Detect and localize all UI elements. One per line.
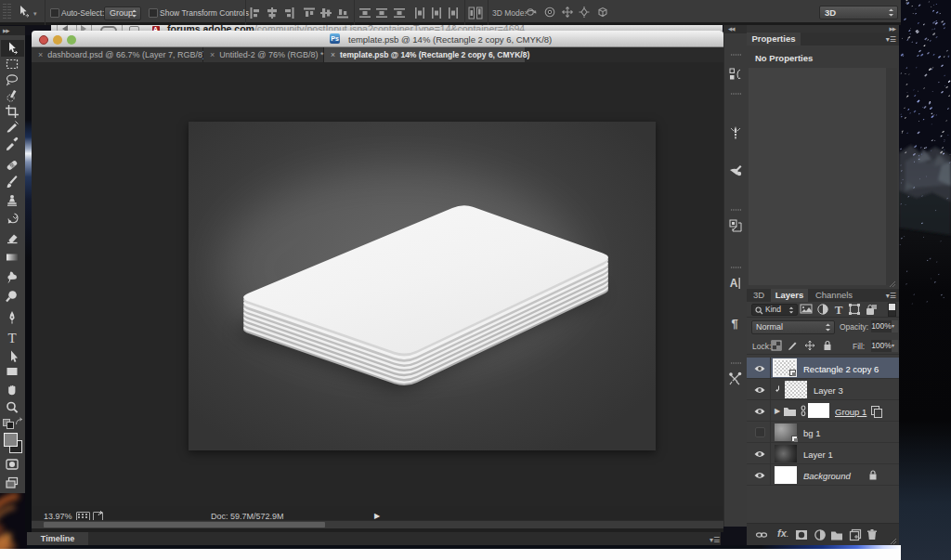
svg-text:A: A	[730, 277, 738, 290]
svg-text:T: T	[7, 331, 16, 345]
svg-text:¶: ¶	[731, 317, 737, 331]
svg-text:T: T	[835, 303, 843, 316]
